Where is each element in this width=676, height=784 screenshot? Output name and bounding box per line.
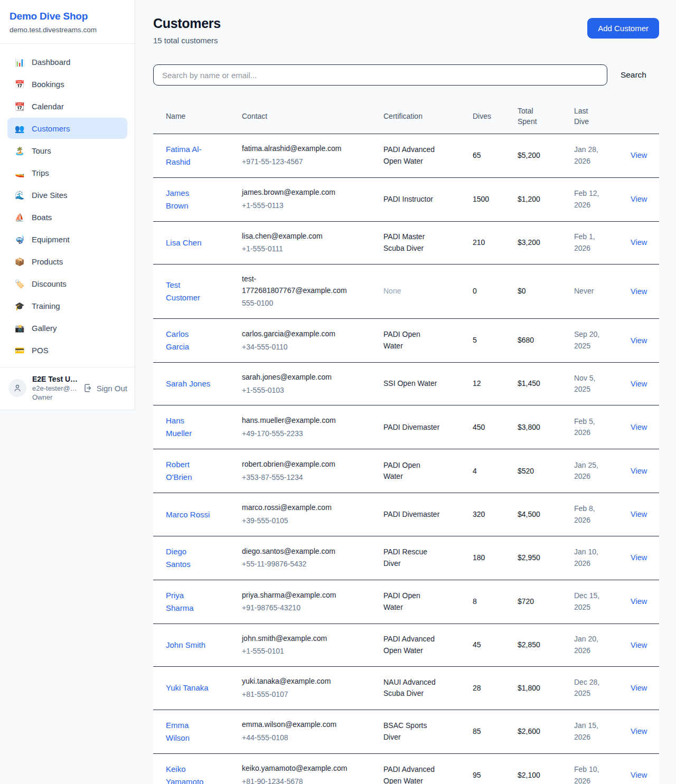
customer-name-link[interactable]: Diego Santos (166, 545, 211, 571)
dives-count: 1500 (473, 177, 518, 221)
customer-contact: carlos.garcia@example.com +34-555-0110 (242, 328, 348, 353)
sidebar-item-training[interactable]: 🎓 Training (7, 295, 127, 316)
view-link[interactable]: View (631, 151, 647, 159)
column-header (631, 99, 659, 134)
table-row: Priya Sharma priya.sharma@example.com +9… (153, 580, 659, 624)
table-row: Test Customer test-1772681807767@example… (153, 264, 659, 318)
sidebar-item-equipment[interactable]: 🤿 Equipment (7, 229, 127, 250)
customer-name-link[interactable]: Keiko Yamamoto (166, 763, 211, 784)
bar-chart-icon: 📊 (14, 58, 25, 66)
certification: BSAC Sports Diver (383, 720, 442, 743)
total-spent: $2,100 (518, 753, 574, 784)
view-link[interactable]: View (631, 423, 647, 431)
view-link[interactable]: View (631, 597, 647, 606)
sidebar-item-bookings[interactable]: 📅 Bookings (7, 73, 127, 95)
sidebar-item-label: Products (32, 257, 63, 266)
view-link[interactable]: View (631, 467, 647, 475)
sidebar-item-label: Training (32, 301, 60, 310)
view-link[interactable]: View (631, 336, 647, 345)
page-title: Customers (153, 16, 221, 31)
sidebar-item-pos[interactable]: 💳 POS (7, 339, 127, 361)
search-button[interactable]: Search (607, 70, 659, 80)
sidebar-item-label: Dive Sites (32, 191, 68, 200)
customer-phone: +1-555-0111 (242, 243, 348, 255)
sidebar-item-dive-sites[interactable]: 🌊 Dive Sites (7, 184, 127, 205)
customer-contact: hans.mueller@example.com +49-170-555-223… (242, 415, 348, 439)
customer-email: carlos.garcia@example.com (242, 328, 348, 340)
view-link[interactable]: View (631, 510, 647, 518)
certification: PADI Open Water (383, 329, 442, 352)
customer-name-link[interactable]: Hans Mueller (166, 414, 211, 440)
avatar (8, 379, 26, 397)
add-customer-button[interactable]: Add Customer (587, 18, 659, 39)
customer-name-link[interactable]: Test Customer (166, 279, 211, 304)
speedboat-icon: 🚤 (14, 169, 25, 177)
view-link[interactable]: View (631, 238, 647, 247)
view-link[interactable]: View (631, 641, 647, 649)
sidebar-item-gallery[interactable]: 📸 Gallery (7, 317, 127, 338)
customer-name-link[interactable]: Fatima Al-Rashid (166, 143, 211, 168)
sidebar-item-dashboard[interactable]: 📊 Dashboard (7, 51, 127, 72)
customer-contact: marco.rossi@example.com +39-555-0105 (242, 502, 348, 526)
customer-contact: fatima.alrashid@example.com +971-55-123-… (242, 143, 348, 167)
customer-contact: yuki.tanaka@example.com +81-555-0107 (242, 676, 348, 700)
customer-name-link[interactable]: Yuki Tanaka (166, 682, 209, 694)
customer-name-link[interactable]: Emma Wilson (166, 719, 211, 744)
view-link[interactable]: View (631, 287, 647, 296)
view-link[interactable]: View (631, 727, 647, 735)
table-row: Carlos Garcia carlos.garcia@example.com … (153, 319, 659, 363)
view-link[interactable]: View (631, 380, 647, 388)
table-row: Hans Mueller hans.mueller@example.com +4… (153, 405, 659, 449)
shop-title: Demo Dive Shop (10, 11, 125, 22)
sidebar-item-trips[interactable]: 🚤 Trips (7, 162, 127, 183)
view-link[interactable]: View (631, 553, 647, 562)
total-spent: $2,600 (518, 710, 574, 753)
sidebar-item-label: Dashboard (32, 58, 70, 67)
sign-out-button[interactable]: Sign Out (83, 383, 127, 393)
table-row: Sarah Jones sarah.jones@example.com +1-5… (153, 363, 659, 405)
sign-out-icon (83, 383, 93, 393)
customer-name-link[interactable]: James Brown (166, 187, 211, 212)
sidebar-item-calendar[interactable]: 📆 Calendar (7, 96, 127, 117)
customer-email: lisa.chen@example.com (242, 231, 348, 242)
customer-name-link[interactable]: Robert O'Brien (166, 458, 211, 484)
page-header: Customers 15 total customers Add Custome… (153, 16, 659, 45)
sidebar-item-tours[interactable]: 🏝️ Tours (7, 140, 127, 161)
customer-name-link[interactable]: Lisa Chen (166, 237, 202, 249)
last-dive-date: Sep 20, 2025 (574, 329, 605, 352)
last-dive-date: Jan 20, 2026 (574, 634, 605, 656)
customer-name-link[interactable]: John Smith (166, 639, 205, 651)
customer-name-link[interactable]: Sarah Jones (166, 377, 210, 390)
last-dive-date: Nov 5, 2025 (574, 373, 605, 395)
view-link[interactable]: View (631, 684, 647, 692)
sidebar-item-label: Equipment (32, 235, 70, 244)
customer-phone: +81-90-1234-5678 (242, 776, 348, 784)
customer-phone: +1-555-0101 (242, 646, 348, 657)
customer-name-link[interactable]: Priya Sharma (166, 589, 211, 615)
view-link[interactable]: View (631, 771, 647, 779)
graduation-cap-icon: 🎓 (14, 302, 25, 310)
user-role: Owner (32, 393, 78, 401)
certification: NAUI Advanced Scuba Diver (383, 677, 442, 700)
customer-name-link[interactable]: Carlos Garcia (166, 328, 211, 353)
customer-phone: +353-87-555-1234 (242, 472, 348, 484)
search-row: Search (153, 64, 659, 86)
customer-contact: priya.sharma@example.com +91-98765-43210 (242, 590, 348, 614)
view-link[interactable]: View (631, 195, 647, 203)
table-row: Yuki Tanaka yuki.tanaka@example.com +81-… (153, 667, 659, 710)
sidebar-item-customers[interactable]: 👥 Customers (7, 118, 127, 139)
table-row: Lisa Chen lisa.chen@example.com +1-555-0… (153, 221, 659, 264)
sidebar-item-boats[interactable]: ⛵ Boats (7, 206, 127, 228)
certification: PADI Rescue Diver (383, 546, 442, 569)
certification: PADI Master Scuba Diver (383, 231, 442, 254)
sidebar-item-products[interactable]: 📦 Products (7, 251, 127, 272)
customer-contact: john.smith@example.com +1-555-0101 (242, 633, 348, 657)
certification: PADI Divemaster (383, 509, 442, 521)
sidebar-item-discounts[interactable]: 🏷️ Discounts (7, 273, 127, 294)
customer-email: marco.rossi@example.com (242, 502, 348, 514)
customer-contact: james.brown@example.com +1-555-0113 (242, 187, 348, 211)
table-row: Emma Wilson emma.wilson@example.com +44-… (153, 710, 659, 753)
customer-phone: +91-98765-43210 (242, 602, 348, 614)
search-input[interactable] (153, 64, 607, 86)
customer-name-link[interactable]: Marco Rossi (166, 508, 210, 521)
